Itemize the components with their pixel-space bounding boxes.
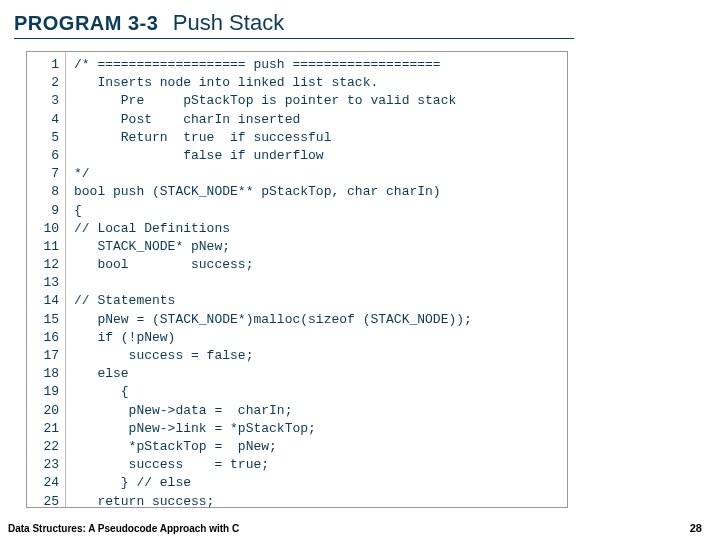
- footer-text: Data Structures: A Pseudocode Approach w…: [8, 523, 239, 534]
- line-number: 7: [27, 165, 59, 183]
- line-number: 21: [27, 420, 59, 438]
- code-line: pNew->link = *pStackTop;: [74, 420, 472, 438]
- code-line: success = true;: [74, 456, 472, 474]
- code-line: false if underflow: [74, 147, 472, 165]
- line-number: 8: [27, 183, 59, 201]
- code-line: return success;: [74, 493, 472, 509]
- code-line: STACK_NODE* pNew;: [74, 238, 472, 256]
- code-listing: 1234567891011121314151617181920212223242…: [26, 51, 568, 508]
- page-number: 28: [690, 522, 702, 534]
- line-number: 22: [27, 438, 59, 456]
- code-line: else: [74, 365, 472, 383]
- code-line: // Statements: [74, 292, 472, 310]
- line-number: 13: [27, 274, 59, 292]
- header-rule: [14, 38, 574, 39]
- code-line: Inserts node into linked list stack.: [74, 74, 472, 92]
- code-line: Pre pStackTop is pointer to valid stack: [74, 92, 472, 110]
- code-line: Return true if successful: [74, 129, 472, 147]
- line-number: 3: [27, 92, 59, 110]
- code-line: bool push (STACK_NODE** pStackTop, char …: [74, 183, 472, 201]
- line-number: 23: [27, 456, 59, 474]
- line-number: 11: [27, 238, 59, 256]
- code-line: // Local Definitions: [74, 220, 472, 238]
- code-line: pNew = (STACK_NODE*)malloc(sizeof (STACK…: [74, 311, 472, 329]
- line-number: 14: [27, 292, 59, 310]
- line-number-gutter: 1234567891011121314151617181920212223242…: [27, 52, 66, 507]
- slide-header: PROGRAM 3-3 Push Stack: [0, 0, 720, 51]
- line-number: 1: [27, 56, 59, 74]
- line-number: 17: [27, 347, 59, 365]
- program-label: PROGRAM 3-3: [14, 12, 158, 35]
- line-number: 25: [27, 493, 59, 509]
- code-line: Post charIn inserted: [74, 111, 472, 129]
- code-line: pNew->data = charIn;: [74, 402, 472, 420]
- line-number: 19: [27, 383, 59, 401]
- code-body: /* =================== push ============…: [66, 52, 472, 507]
- line-number: 2: [27, 74, 59, 92]
- code-line: [74, 274, 472, 292]
- code-line: */: [74, 165, 472, 183]
- code-line: bool success;: [74, 256, 472, 274]
- code-line: success = false;: [74, 347, 472, 365]
- code-line: } // else: [74, 474, 472, 492]
- code-line: {: [74, 383, 472, 401]
- line-number: 5: [27, 129, 59, 147]
- code-line: if (!pNew): [74, 329, 472, 347]
- line-number: 24: [27, 474, 59, 492]
- program-title: Push Stack: [173, 10, 284, 36]
- line-number: 16: [27, 329, 59, 347]
- line-number: 18: [27, 365, 59, 383]
- line-number: 10: [27, 220, 59, 238]
- code-line: *pStackTop = pNew;: [74, 438, 472, 456]
- line-number: 4: [27, 111, 59, 129]
- line-number: 20: [27, 402, 59, 420]
- line-number: 6: [27, 147, 59, 165]
- code-line: {: [74, 202, 472, 220]
- line-number: 12: [27, 256, 59, 274]
- code-line: /* =================== push ============…: [74, 56, 472, 74]
- line-number: 15: [27, 311, 59, 329]
- line-number: 9: [27, 202, 59, 220]
